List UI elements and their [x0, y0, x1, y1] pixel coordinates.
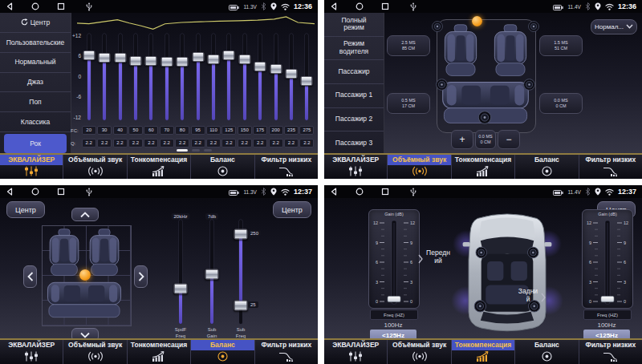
eq-band-slider[interactable]	[190, 34, 205, 120]
eq-preset-2[interactable]: Нормальный	[0, 53, 71, 73]
q-value[interactable]: 2.2	[97, 139, 112, 148]
eq-band-slider[interactable]	[174, 34, 189, 120]
mode-item-3[interactable]: Пассажир 1	[324, 84, 384, 108]
slider-handle-min[interactable]	[234, 300, 248, 310]
eq-preset-1[interactable]: Пользовательские	[0, 33, 71, 53]
fc-value[interactable]: 20	[82, 126, 96, 135]
back-icon[interactable]	[6, 2, 14, 10]
q-value[interactable]: 2.2	[269, 139, 283, 148]
q-value[interactable]: 2.2	[238, 139, 252, 148]
q-value[interactable]: 2.2	[144, 139, 158, 148]
home-icon[interactable]	[356, 188, 364, 196]
home-icon[interactable]	[31, 2, 39, 10]
slider-handle[interactable]	[192, 52, 204, 62]
balance-position-ball[interactable]	[79, 269, 91, 281]
fc-value[interactable]: 125	[221, 126, 236, 135]
fc-value[interactable]: 275	[299, 126, 314, 135]
slider-handle[interactable]	[270, 64, 282, 74]
surround-preset-dropdown[interactable]: Нормал...	[591, 19, 637, 34]
slider-handle[interactable]	[285, 69, 297, 79]
delay-minus-button[interactable]: −	[498, 130, 520, 149]
eq-band-slider[interactable]	[283, 34, 299, 120]
freq-option-0[interactable]: 100Hz	[583, 320, 630, 330]
fc-value[interactable]: 60	[144, 126, 158, 135]
tab-loudness[interactable]: Тонкомпенсация	[127, 155, 190, 179]
tab-surround-sound[interactable]: Объёмный звук	[387, 155, 450, 179]
eq-band-slider[interactable]	[268, 34, 283, 120]
listener-position-ball[interactable]	[472, 16, 482, 26]
mode-item-2[interactable]: Пассажир	[324, 60, 384, 84]
sub-center-button[interactable]: Центр	[273, 201, 311, 218]
slider-handle[interactable]	[301, 76, 313, 86]
delay-plus-button[interactable]: +	[451, 130, 473, 149]
eq-band-slider[interactable]	[144, 34, 159, 120]
eq-band-slider[interactable]	[299, 34, 315, 120]
tab-balance[interactable]: Баланс	[514, 340, 578, 364]
q-value[interactable]: 2.2	[206, 139, 221, 148]
mode-item-4[interactable]: Пассажир 2	[324, 108, 384, 132]
slider-handle[interactable]	[99, 53, 111, 63]
recents-icon[interactable]	[381, 2, 389, 10]
tab-equalizer[interactable]: ЭКВАЛАЙЗЕР	[324, 155, 387, 179]
tab-balance[interactable]: Баланс	[514, 155, 578, 179]
delay-front-left-button[interactable]: 2.5 MS 85 CM	[387, 35, 430, 56]
tab-loudness[interactable]: Тонкомпенсация	[451, 340, 514, 364]
fc-value[interactable]: 110	[206, 126, 221, 135]
slider-handle[interactable]	[160, 57, 173, 67]
arrow-right-button[interactable]	[134, 265, 148, 288]
recents-icon[interactable]	[381, 188, 389, 196]
sub-freq-slider[interactable]: 250 25	[227, 220, 254, 324]
tab-low-pass-filter[interactable]: Фильтр низких	[254, 340, 318, 364]
arrow-up-button[interactable]	[71, 208, 99, 221]
q-value[interactable]: 2.2	[191, 139, 205, 148]
eq-band-slider[interactable]	[252, 34, 267, 120]
front-gain-panel[interactable]: Gain (dB) 121299663300	[368, 209, 420, 309]
q-value[interactable]: 2.2	[175, 139, 189, 148]
fc-value[interactable]: 40	[113, 126, 128, 135]
q-value[interactable]: 2.2	[160, 139, 174, 148]
balance-center-button[interactable]: Центр	[6, 201, 45, 218]
q-value[interactable]: 2.2	[128, 139, 143, 148]
arrow-left-button[interactable]	[23, 265, 37, 288]
mode-item-1[interactable]: Режим водителя	[324, 37, 384, 61]
slider-handle[interactable]	[129, 56, 141, 66]
slider-handle[interactable]	[238, 55, 250, 64]
tab-equalizer[interactable]: ЭКВАЛАЙЗЕР	[324, 340, 387, 364]
slider-handle[interactable]	[254, 62, 266, 71]
fc-value[interactable]: 50	[128, 126, 143, 135]
eq-band-slider[interactable]	[205, 34, 221, 120]
eq-band-slider[interactable]	[159, 34, 174, 120]
spdf-freq-slider[interactable]: 20kHz	[167, 220, 194, 324]
recents-icon[interactable]	[57, 188, 65, 196]
tab-surround-sound[interactable]: Объёмный звук	[63, 155, 126, 179]
eq-band-slider[interactable]	[128, 34, 143, 120]
mode-item-0[interactable]: Полный режим	[324, 13, 384, 37]
fc-value[interactable]: 235	[284, 126, 299, 135]
tab-loudness[interactable]: Тонкомпенсация	[127, 340, 190, 364]
slider-handle[interactable]	[83, 51, 95, 60]
tab-low-pass-filter[interactable]: Фильтр низких	[579, 340, 642, 364]
fc-value[interactable]: 175	[253, 126, 267, 135]
q-value[interactable]: 2.2	[113, 139, 128, 148]
fc-value[interactable]: 95	[191, 126, 205, 135]
tab-loudness[interactable]: Тонкомпенсация	[451, 155, 514, 179]
eq-band-slider[interactable]	[81, 34, 96, 120]
fc-value[interactable]: 80	[175, 126, 189, 135]
slider-handle[interactable]	[114, 53, 126, 63]
tab-equalizer[interactable]: ЭКВАЛАЙЗЕР	[0, 155, 63, 179]
eq-preset-5[interactable]: Классика	[0, 112, 71, 132]
freq-option-0[interactable]: 100Hz	[370, 320, 416, 330]
home-icon[interactable]	[356, 2, 364, 10]
q-value[interactable]: 2.2	[299, 139, 314, 148]
eq-band-slider[interactable]	[96, 34, 112, 120]
slider-handle[interactable]	[174, 283, 188, 293]
tab-surround-sound[interactable]: Объёмный звук	[387, 340, 450, 364]
eq-preset-6[interactable]: Рок	[4, 134, 67, 153]
delay-rear-right-button[interactable]: 0.0 MS 0 CM	[539, 93, 583, 114]
fc-value[interactable]: 200	[269, 126, 283, 135]
fc-value[interactable]: 70	[160, 126, 174, 135]
mode-item-5[interactable]: Пассажир 3	[324, 131, 384, 155]
delay-front-right-button[interactable]: 1.5 MS 51 CM	[539, 35, 583, 56]
q-value[interactable]: 2.2	[82, 139, 96, 148]
sub-gain-slider[interactable]: 7db	[198, 220, 226, 324]
